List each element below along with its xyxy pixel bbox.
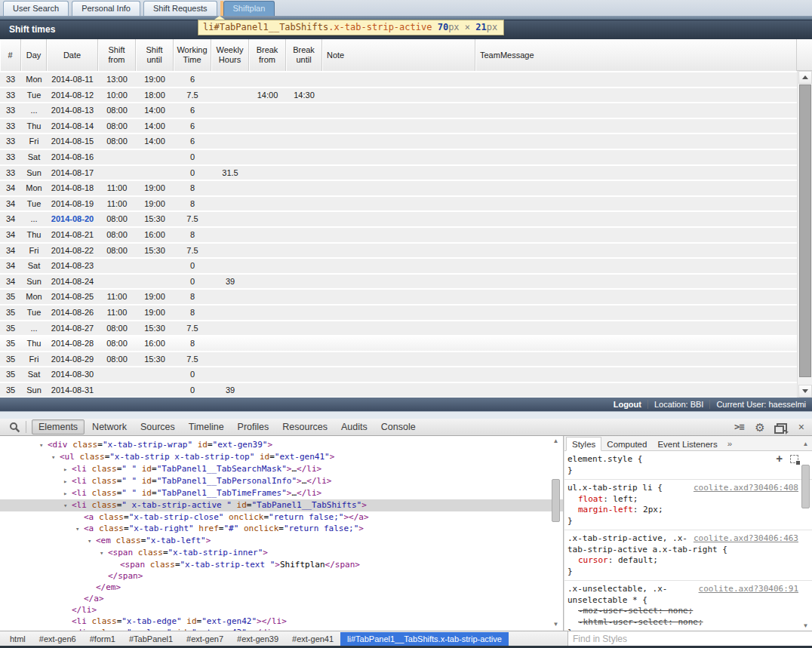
console-drawer-icon[interactable]: >≡	[734, 422, 743, 432]
scroll-thumb[interactable]	[552, 479, 560, 522]
twisty-open-icon[interactable]: ▾	[51, 452, 60, 463]
dom-tree-line[interactable]: </em>	[0, 582, 563, 593]
shift-row[interactable]: 35Sat2014-08-300	[0, 367, 797, 383]
column-header-teammessage[interactable]: TeamMessage	[475, 39, 797, 71]
dom-tree-line[interactable]: ▾<li class=" x-tab-strip-active " id="Ta…	[0, 499, 563, 511]
dom-tree-line[interactable]: <li class="x-tab-edge" id="ext-gen42"></…	[0, 616, 563, 627]
arrow-up-icon[interactable]: ▲	[550, 438, 561, 444]
twisty-open-icon[interactable]: ▾	[63, 500, 72, 511]
dom-tree-line[interactable]: ▾<span class="x-tab-strip-inner">	[0, 547, 563, 559]
tab-shiftplan[interactable]: Shiftplan	[223, 1, 275, 16]
dom-tree-line[interactable]: </a>	[0, 593, 563, 604]
column-header-weekly-hours[interactable]: Weekly Hours	[211, 39, 249, 71]
dom-tree-line[interactable]: ▾<div class="x-tab-strip-wrap" id="ext-g…	[0, 439, 563, 451]
sidebar-tab-event-listeners[interactable]: Event Listeners	[652, 438, 722, 450]
twisty-closed-icon[interactable]: ▸	[63, 488, 72, 499]
breadcrumb-item[interactable]: #ext-gen41	[285, 632, 340, 646]
column-header-break-from[interactable]: Break from	[249, 39, 286, 71]
scroll-down-button[interactable]	[798, 385, 812, 398]
column-header-shift-until[interactable]: Shift until	[136, 39, 174, 71]
styles-scrollbar[interactable]: ▲ ▼	[800, 453, 811, 629]
devtools-tab-timeline[interactable]: Timeline	[183, 420, 230, 434]
pick-element-icon[interactable]	[790, 455, 798, 463]
shift-row[interactable]: 33Fri2014-08-1508:0014:006	[0, 134, 797, 150]
dom-tree-line[interactable]: ▾<a class="x-tab-right" href="#" onclick…	[0, 523, 563, 535]
twisty-closed-icon[interactable]: ▸	[63, 464, 72, 475]
stylesheet-link[interactable]: coolite.axd?30406:463	[694, 533, 798, 545]
shift-row[interactable]: 35Mon2014-08-2511:0019:008	[0, 290, 797, 306]
dom-tree-scrollbar[interactable]: ▲ ▼	[550, 438, 561, 628]
shift-row[interactable]: 33...2014-08-1308:0014:006	[0, 103, 797, 119]
shift-row[interactable]: 34Thu2014-08-2108:0016:008	[0, 228, 797, 244]
shift-row[interactable]: 33Thu2014-08-1408:0014:006	[0, 119, 797, 135]
dom-tree-line[interactable]: <a class="x-tab-strip-close" onclick="re…	[0, 511, 563, 523]
tab-shift-requests[interactable]: Shift Requests	[143, 1, 217, 16]
tab-user-search[interactable]: User Search	[3, 1, 69, 16]
sidebar-tab-computed[interactable]: Computed	[601, 438, 652, 450]
logout-link[interactable]: Logout	[614, 400, 641, 409]
devtools-tab-audits[interactable]: Audits	[335, 420, 374, 434]
column-header-date[interactable]: Date	[47, 39, 98, 71]
breadcrumb-item[interactable]: #TabPanel1	[122, 632, 180, 646]
twisty-open-icon[interactable]: ▾	[100, 548, 108, 559]
close-icon[interactable]: ×	[798, 421, 804, 433]
shift-row[interactable]: 35Sun2014-08-31039	[0, 383, 797, 398]
shift-row[interactable]: 35Thu2014-08-2808:0016:008	[0, 336, 797, 352]
devtools-tab-profiles[interactable]: Profiles	[232, 420, 275, 434]
css-property[interactable]: margin-left: 2px;	[567, 505, 798, 516]
find-styles-input[interactable]	[567, 631, 812, 646]
shift-row[interactable]: 33Sun2014-08-17031.5	[0, 166, 797, 182]
arrow-down-icon[interactable]: ▼	[800, 622, 811, 629]
breadcrumb-item[interactable]: html	[3, 632, 32, 646]
scroll-thumb[interactable]	[801, 465, 810, 508]
dom-tree-line[interactable]: ▾<ul class="x-tab-strip x-tab-strip-top"…	[0, 451, 563, 463]
breadcrumb-item[interactable]: #ext-gen7	[180, 632, 230, 646]
shift-row[interactable]: 35Fri2014-08-2908:0015:307.5	[0, 352, 797, 368]
css-property[interactable]: -moz-user-select: none;	[567, 606, 798, 617]
css-property[interactable]: -khtml-user-select: none;	[567, 617, 798, 628]
column-header-day[interactable]: Day	[21, 39, 47, 71]
sidebar-tab-styles[interactable]: Styles	[566, 437, 601, 451]
shift-row[interactable]: 34Fri2014-08-2208:0015:307.5	[0, 244, 797, 260]
dom-tree-line[interactable]: ▸<li class=" " id="TabPanel1__TabSearchM…	[0, 463, 563, 475]
grid-vertical-scrollbar[interactable]	[797, 71, 812, 398]
dom-tree-line[interactable]: ▸<li class=" " id="TabPanel1__TabTimeFra…	[0, 487, 563, 499]
arrow-up-icon[interactable]: ▲	[800, 441, 811, 447]
add-style-icon[interactable]: +	[777, 455, 783, 463]
inspect-element-button[interactable]	[6, 420, 23, 434]
gear-icon[interactable]: ⚙	[755, 422, 764, 433]
shift-row[interactable]: 33Mon2014-08-1113:0019:006	[0, 72, 797, 88]
shift-row[interactable]: 34Mon2014-08-1811:0019:008	[0, 181, 797, 197]
breadcrumb-item[interactable]: #ext-gen39	[230, 632, 285, 646]
twisty-open-icon[interactable]: ▾	[88, 536, 96, 547]
column-header-working-time[interactable]: Working Time	[174, 39, 211, 71]
devtools-tab-resources[interactable]: Resources	[276, 420, 334, 434]
breadcrumb-item[interactable]: #form1	[83, 632, 122, 646]
css-property[interactable]: cursor: default;	[567, 555, 798, 567]
stylesheet-link[interactable]: coolite.axd?30406:91	[699, 584, 798, 595]
twisty-open-icon[interactable]: ▾	[39, 440, 48, 451]
shift-row[interactable]: 35Tue2014-08-2611:0019:008	[0, 306, 797, 321]
dom-tree-line[interactable]: </span>	[0, 570, 563, 582]
column-header-note[interactable]: Note	[322, 39, 475, 71]
devtools-tab-console[interactable]: Console	[375, 420, 422, 434]
dom-tree-line[interactable]: ▾<em class="x-tab-left">	[0, 535, 563, 547]
dom-tree-line[interactable]: </li>	[0, 604, 563, 616]
shift-row[interactable]: 35...2014-08-2708:0015:307.5	[0, 321, 797, 337]
shift-row[interactable]: 33Sat2014-08-160	[0, 150, 797, 166]
devtools-tab-network[interactable]: Network	[86, 420, 133, 434]
breadcrumb-item[interactable]: #ext-gen6	[32, 632, 83, 646]
column-header-shift-from[interactable]: Shift from	[98, 39, 136, 71]
breadcrumb-item[interactable]: li#TabPanel1__TabShifts.x-tab-strip-acti…	[340, 632, 509, 646]
dock-window-icon[interactable]	[777, 423, 787, 431]
arrow-down-icon[interactable]: ▼	[550, 621, 561, 628]
shift-row[interactable]: 33Tue2014-08-1210:0018:007.514:0014:30	[0, 88, 797, 104]
css-property[interactable]: float: left;	[567, 494, 798, 505]
scroll-thumb[interactable]	[799, 84, 811, 377]
stylesheet-link[interactable]: coolite.axd?30406:408	[694, 483, 798, 494]
shift-row[interactable]: 34Tue2014-08-1911:0019:008	[0, 197, 797, 213]
devtools-tab-elements[interactable]: Elements	[32, 419, 85, 435]
shift-row[interactable]: 34...2014-08-2008:0015:307.5	[0, 212, 797, 228]
twisty-closed-icon[interactable]: ▸	[63, 476, 72, 487]
tab-personal-info[interactable]: Personal Info	[72, 1, 140, 16]
